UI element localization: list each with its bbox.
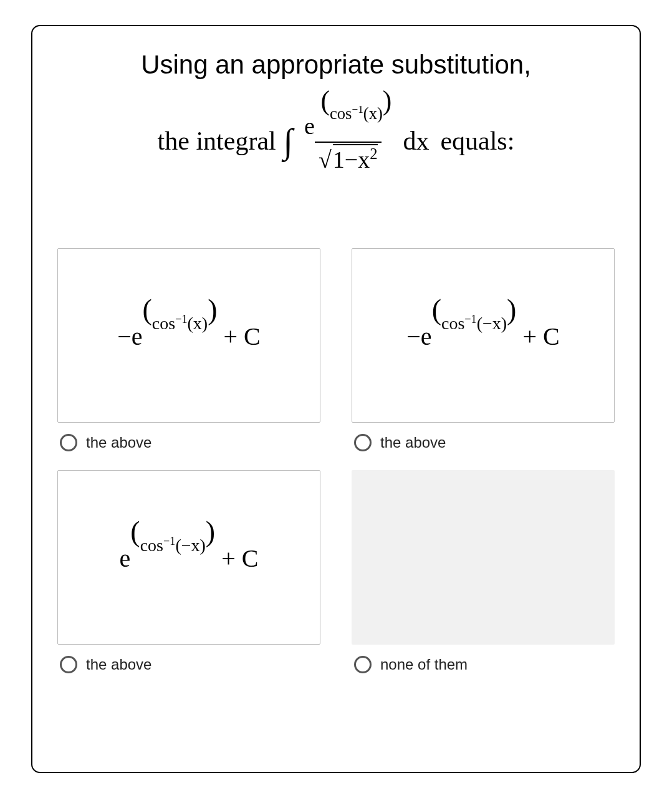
option-b-box: −e(cos−1(−x)) + C: [352, 248, 615, 423]
question-card: Using an appropriate substitution, the i…: [31, 25, 641, 773]
options-grid: −e(cos−1(x)) + C the above −e(cos−1(−x))…: [57, 248, 615, 673]
option-d: none of them: [352, 470, 615, 673]
integral-symbol: ∫: [284, 121, 293, 161]
option-c-label: the above: [86, 656, 151, 673]
question-line1: Using an appropriate substitution,: [57, 45, 615, 84]
option-a-radio-row[interactable]: the above: [57, 434, 320, 451]
radio-a[interactable]: [60, 434, 77, 451]
integral-prefix: the integral: [158, 126, 276, 156]
option-c-radio-row[interactable]: the above: [57, 656, 320, 673]
option-c: e(cos−1(−x)) + C the above: [57, 470, 320, 673]
integral-fraction: e (cos−1(x)) √1−x2: [300, 109, 395, 173]
option-c-box: e(cos−1(−x)) + C: [57, 470, 320, 645]
option-b: −e(cos−1(−x)) + C the above: [352, 248, 615, 451]
question-integral: the integral ∫ e (cos−1(x)) √1−x2 dx equ…: [57, 109, 615, 173]
option-d-box: [352, 470, 615, 645]
radio-b[interactable]: [354, 434, 372, 451]
integral-suffix: equals:: [440, 126, 514, 156]
radio-c[interactable]: [60, 656, 77, 673]
radio-d[interactable]: [354, 656, 372, 673]
option-b-label: the above: [380, 434, 446, 451]
option-a-label: the above: [86, 434, 151, 451]
option-a: −e(cos−1(x)) + C the above: [57, 248, 320, 451]
option-d-radio-row[interactable]: none of them: [352, 656, 615, 673]
option-a-box: −e(cos−1(x)) + C: [57, 248, 320, 423]
integral-dx: dx: [403, 126, 429, 156]
option-d-label: none of them: [380, 656, 468, 673]
option-b-radio-row[interactable]: the above: [352, 434, 615, 451]
